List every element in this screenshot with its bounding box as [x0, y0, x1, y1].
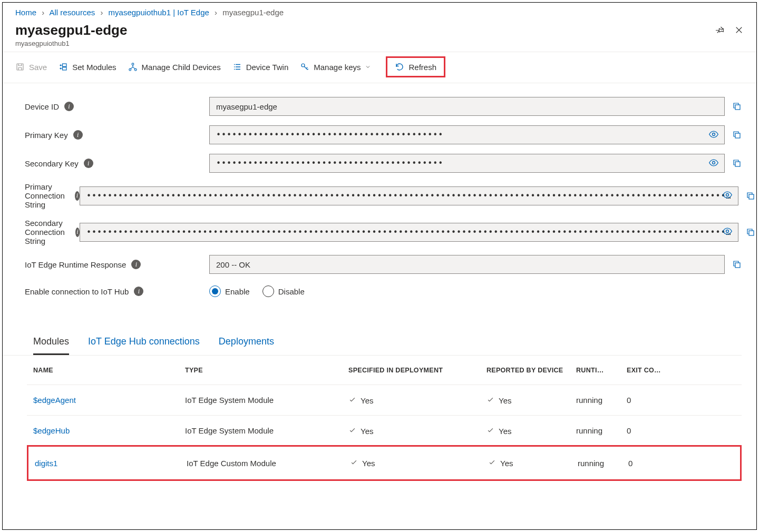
cell-spec: Yes [350, 458, 488, 468]
save-button: Save [15, 62, 47, 72]
chevron-down-icon [365, 63, 371, 72]
col-specified[interactable]: SPECIFIED IN DEPLOYMENT [348, 367, 486, 374]
primary-key-field[interactable]: ••••••••••••••••••••••••••••••••••••••••… [209, 125, 725, 144]
copy-icon[interactable] [732, 159, 742, 168]
manage-keys-button[interactable]: Manage keys [300, 62, 371, 72]
cell-rep: Yes [486, 426, 576, 436]
info-icon[interactable]: i [134, 287, 143, 296]
col-name[interactable]: NAME [27, 367, 185, 374]
copy-icon[interactable] [732, 260, 742, 269]
tabs: Modules IoT Edge Hub connections Deploym… [3, 317, 742, 356]
svg-rect-12 [735, 162, 740, 166]
copy-icon[interactable] [746, 228, 755, 237]
set-modules-button[interactable]: Set Modules [59, 62, 116, 72]
modules-icon [59, 62, 68, 72]
info-icon[interactable]: i [131, 260, 141, 269]
cell-exit: 0 [627, 396, 669, 405]
enable-radio-label: Enable [225, 287, 250, 296]
info-icon[interactable]: i [75, 228, 80, 237]
svg-rect-16 [749, 231, 754, 235]
copy-icon[interactable] [732, 102, 742, 111]
svg-point-7 [301, 64, 305, 67]
check-icon [348, 396, 356, 403]
refresh-button[interactable]: Refresh [386, 56, 445, 77]
reveal-icon[interactable] [722, 226, 733, 238]
toolbar: Save Set Modules Manage Child Devices De… [3, 52, 756, 83]
info-icon[interactable]: i [75, 191, 80, 201]
pin-icon[interactable] [715, 25, 725, 36]
table-row[interactable]: $edgeAgent IoT Edge System Module Yes Ye… [27, 385, 742, 416]
breadcrumb-all-resources[interactable]: All resources [50, 8, 95, 17]
runtime-resp-field[interactable]: 200 -- OK [209, 255, 725, 274]
cell-run: running [576, 396, 627, 405]
cell-spec: Yes [348, 396, 486, 405]
set-modules-label: Set Modules [72, 63, 116, 72]
page-subtitle: myasegpuiothub1 [15, 40, 715, 47]
primary-conn-label: Primary Connection String [25, 182, 70, 209]
breadcrumb-home[interactable]: Home [15, 8, 36, 17]
check-icon [486, 396, 494, 403]
info-icon[interactable]: i [64, 102, 74, 111]
copy-icon[interactable] [732, 130, 742, 140]
module-link[interactable]: $edgeHub [33, 426, 70, 435]
cell-exit: 0 [627, 426, 669, 435]
enable-radio[interactable]: Enable [209, 285, 250, 297]
breadcrumb-iothub[interactable]: myasegpuiothub1 | IoT Edge [109, 8, 209, 17]
svg-rect-8 [735, 105, 740, 110]
module-link[interactable]: $edgeAgent [33, 396, 76, 405]
module-link[interactable]: digits1 [35, 459, 57, 468]
runtime-resp-label: IoT Edge Runtime Response [25, 260, 126, 269]
cell-run: running [576, 426, 627, 435]
refresh-label: Refresh [408, 63, 436, 72]
secondary-key-field[interactable]: ••••••••••••••••••••••••••••••••••••••••… [209, 154, 725, 173]
manage-keys-label: Manage keys [314, 63, 361, 72]
svg-rect-2 [63, 64, 67, 66]
breadcrumb: Home › All resources › myasegpuiothub1 |… [3, 3, 756, 20]
table-row[interactable]: $edgeHub IoT Edge System Module Yes Yes … [27, 416, 742, 446]
svg-rect-1 [17, 64, 23, 70]
cell-type: IoT Edge Custom Module [187, 459, 350, 468]
modules-table: NAME TYPE SPECIFIED IN DEPLOYMENT REPORT… [27, 356, 742, 481]
table-row[interactable]: digits1 IoT Edge Custom Module Yes Yes r… [28, 448, 740, 478]
list-icon [232, 62, 242, 72]
reveal-icon[interactable] [708, 129, 719, 141]
device-twin-label: Device Twin [246, 63, 289, 72]
col-runtime[interactable]: RUNTI… [576, 367, 627, 374]
col-type[interactable]: TYPE [185, 367, 348, 374]
manage-child-button[interactable]: Manage Child Devices [128, 62, 221, 72]
device-twin-button[interactable]: Device Twin [232, 62, 289, 72]
hierarchy-icon [128, 62, 138, 72]
secondary-key-label: Secondary Key [25, 159, 79, 168]
copy-icon[interactable] [746, 191, 755, 201]
svg-point-9 [713, 133, 715, 135]
refresh-icon [395, 62, 404, 72]
secondary-conn-field[interactable]: ••••••••••••••••••••••••••••••••••••••••… [80, 223, 738, 242]
cell-type: IoT Edge System Module [185, 396, 348, 405]
cell-type: IoT Edge System Module [185, 426, 348, 435]
info-icon[interactable]: i [73, 130, 83, 140]
device-id-label: Device ID [25, 102, 59, 111]
chevron-right-icon: › [38, 8, 47, 17]
disable-radio-label: Disable [278, 287, 305, 296]
reveal-icon[interactable] [708, 157, 719, 170]
primary-conn-field[interactable]: ••••••••••••••••••••••••••••••••••••••••… [80, 186, 738, 205]
tab-modules[interactable]: Modules [33, 333, 69, 355]
cell-spec: Yes [348, 426, 486, 436]
device-id-field[interactable]: myasegpu1-edge [209, 97, 725, 116]
tab-deployments[interactable]: Deployments [219, 333, 274, 355]
tab-connections[interactable]: IoT Edge Hub connections [88, 333, 200, 355]
primary-key-label: Primary Key [25, 131, 68, 140]
reveal-icon[interactable] [722, 190, 733, 202]
cell-rep: Yes [486, 396, 576, 405]
page-title: myasegpu1-edge [15, 22, 715, 38]
svg-point-4 [132, 63, 134, 65]
col-reported[interactable]: REPORTED BY DEVICE [486, 367, 576, 374]
cell-exit: 0 [628, 459, 670, 468]
svg-point-13 [726, 194, 728, 196]
manage-child-label: Manage Child Devices [142, 63, 221, 72]
disable-radio[interactable]: Disable [262, 285, 305, 297]
close-icon[interactable] [734, 25, 744, 36]
cell-run: running [578, 459, 628, 468]
col-exit[interactable]: EXIT CO… [627, 367, 669, 374]
info-icon[interactable]: i [84, 159, 93, 168]
